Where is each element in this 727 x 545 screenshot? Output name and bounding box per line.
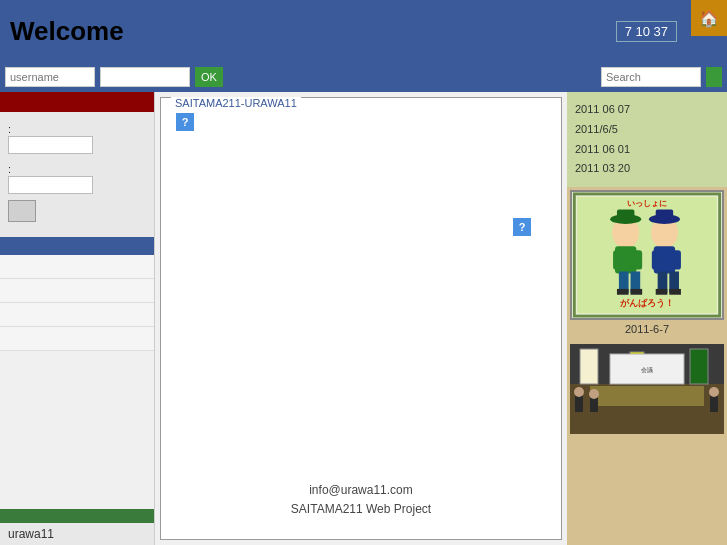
sidebar-label-1: : (8, 123, 146, 135)
sidebar-field-1[interactable] (8, 136, 93, 154)
right-panel: 2011 06 07 2011/6/5 2011 06 01 2011 03 2… (567, 92, 727, 545)
project-text: SAITAMA211 Web Project (161, 500, 561, 519)
sidebar-submit-button[interactable] (8, 200, 36, 222)
time-display: 7 10 37 (616, 21, 677, 42)
svg-rect-6 (632, 250, 642, 269)
main-layout: : : urawa11 SAITAMA211-URAWA11 ? ? info@… (0, 92, 727, 545)
svg-rect-15 (652, 250, 662, 269)
svg-rect-10 (631, 289, 643, 295)
date-item-3[interactable]: 2011 06 01 (575, 140, 719, 160)
email-text: info@urawa11.com (161, 481, 561, 500)
artwork-svg: いっしょに がんばろう！ (572, 192, 722, 318)
password-input[interactable] (100, 67, 190, 87)
image2-box[interactable]: 会議 (567, 341, 727, 545)
search-go-button[interactable] (706, 67, 722, 87)
header: Welcome 7 10 37 🏠 (0, 0, 727, 62)
home-icon-area[interactable]: 🏠 (691, 0, 727, 36)
svg-rect-27 (580, 349, 598, 384)
sidebar-field-2[interactable] (8, 176, 93, 194)
home-icon: 🏠 (699, 9, 719, 28)
sidebar-label-2: : (8, 163, 146, 175)
center-content: SAITAMA211-URAWA11 ? ? info@urawa11.com … (155, 92, 567, 545)
navbar: OK (0, 62, 727, 92)
header-title-area: Welcome (0, 0, 490, 62)
search-input[interactable] (601, 67, 701, 87)
svg-text:がんばろう！: がんばろう！ (620, 299, 674, 309)
list-item[interactable] (0, 327, 154, 351)
dates-section: 2011 06 07 2011/6/5 2011 06 01 2011 03 2… (567, 92, 727, 187)
sidebar-list (0, 255, 154, 509)
svg-rect-2 (577, 197, 717, 313)
svg-rect-20 (669, 289, 681, 295)
ok-button[interactable]: OK (195, 67, 223, 87)
question-icon-2[interactable]: ? (513, 218, 531, 236)
header-right: 7 10 37 🏠 (490, 0, 727, 62)
sidebar-form: : : (0, 112, 154, 229)
list-item[interactable] (0, 255, 154, 279)
date-item-1[interactable]: 2011 06 07 (575, 100, 719, 120)
svg-rect-16 (671, 250, 681, 269)
sidebar-username: urawa11 (0, 523, 154, 545)
content-footer: info@urawa11.com SAITAMA211 Web Project (161, 481, 561, 519)
image2-svg: 会議 (570, 344, 724, 434)
svg-rect-12 (617, 210, 634, 222)
content-inner: ? ? info@urawa11.com SAITAMA211 Web Proj… (161, 98, 561, 539)
list-item[interactable] (0, 279, 154, 303)
svg-rect-19 (656, 289, 668, 295)
page-title: Welcome (10, 16, 124, 47)
image1-box: いっしょに がんばろう！ 2011-6-7 (567, 187, 727, 341)
svg-point-32 (574, 387, 584, 397)
list-item[interactable] (0, 303, 154, 327)
svg-point-36 (709, 387, 719, 397)
question-icon-1[interactable]: ? (176, 113, 194, 131)
svg-point-34 (589, 389, 599, 399)
date-item-5[interactable]: 2011 03 20 (575, 159, 719, 179)
username-input[interactable] (5, 67, 95, 87)
svg-rect-30 (590, 386, 704, 406)
content-box: SAITAMA211-URAWA11 ? ? info@urawa11.com … (160, 97, 562, 540)
svg-rect-5 (613, 250, 623, 269)
sidebar-top-red-bar (0, 92, 154, 112)
sidebar: : : urawa11 (0, 92, 155, 545)
sidebar-blue-bar (0, 237, 154, 255)
svg-rect-29 (690, 349, 708, 384)
image1-artwork[interactable]: いっしょに がんばろう！ (570, 190, 724, 320)
svg-rect-22 (656, 210, 673, 222)
sidebar-green-bar (0, 509, 154, 523)
svg-rect-9 (617, 289, 629, 295)
svg-text:いっしょに: いっしょに (627, 199, 667, 208)
image1-label: 2011-6-7 (570, 320, 724, 338)
image2-photo[interactable]: 会議 (570, 344, 724, 434)
svg-text:会議: 会議 (641, 366, 653, 373)
date-item-2[interactable]: 2011/6/5 (575, 120, 719, 140)
